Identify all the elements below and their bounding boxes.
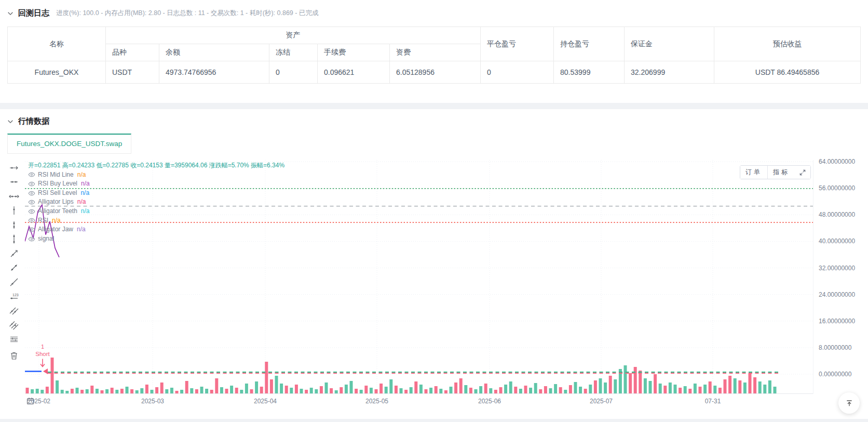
- volume-bar: [758, 381, 762, 394]
- volume-bar: [734, 378, 737, 394]
- volume-bar: [743, 383, 747, 394]
- horizontal-straight-line-icon[interactable]: [7, 191, 21, 202]
- chevron-down-icon[interactable]: [7, 118, 13, 125]
- cell-estimated-profit: USDT 86.49465856: [714, 61, 861, 84]
- vertical-ray-line-icon[interactable]: [7, 205, 21, 216]
- eye-icon[interactable]: [28, 180, 35, 188]
- cell-close-pnl: 0: [481, 61, 554, 84]
- volume-bar: [749, 373, 752, 394]
- volume-bar: [774, 387, 777, 394]
- volume-bar: [504, 385, 507, 394]
- volume-bar: [444, 390, 447, 394]
- volume-bar: [663, 386, 667, 394]
- volume-bar: [325, 383, 328, 394]
- ray-line-icon[interactable]: [7, 248, 21, 259]
- volume-bar: [669, 383, 672, 394]
- trade-marker-entry-arrow: [43, 368, 48, 374]
- svg-text:123: 123: [12, 293, 19, 297]
- chart-canvas[interactable]: 1Short: [25, 160, 813, 394]
- back-to-top-button[interactable]: [838, 392, 860, 414]
- volume-bar: [419, 385, 423, 394]
- backtest-log-summary: 进度(%): 100.0 - 内存占用(MB): 2.80 - 日志总数 : 1…: [56, 9, 318, 18]
- volume-bar: [360, 390, 363, 394]
- straight-line-icon[interactable]: [7, 276, 21, 287]
- col-header-balance: 余额: [159, 44, 269, 61]
- volume-bar: [255, 381, 258, 394]
- cell-frozen: 0: [269, 61, 318, 84]
- volume-bar: [165, 389, 168, 394]
- volume-bar: [111, 388, 114, 394]
- volume-bar: [694, 384, 697, 394]
- chevron-down-icon[interactable]: [7, 10, 13, 17]
- vertical-segment-icon[interactable]: [7, 219, 21, 230]
- horizontal-segment-icon[interactable]: [7, 177, 21, 188]
- y-axis-tick: 40.00000000: [819, 238, 855, 245]
- volume-bar: [290, 388, 293, 394]
- x-axis-tick: 07-31: [705, 398, 721, 405]
- volume-bar: [56, 380, 59, 394]
- table-row: Futures_OKX USDT 4973.74766956 0 0.09662…: [8, 61, 861, 84]
- cell-name: Futures_OKX: [8, 61, 106, 84]
- parallel-straight-line-icon[interactable]: [7, 320, 21, 331]
- volume-bar: [699, 387, 702, 394]
- volume-bar: [554, 384, 557, 394]
- volume-bar: [519, 389, 522, 394]
- orders-button[interactable]: 订单: [740, 166, 767, 179]
- volume-bar: [315, 389, 318, 394]
- back-to-top-icon: [845, 399, 853, 407]
- volume-bar: [574, 382, 577, 394]
- market-data-title: 行情数据: [18, 116, 49, 126]
- volume-bar: [549, 388, 552, 394]
- volume-bar: [679, 388, 682, 394]
- y-axis: 64.0000000056.0000000048.0000000040.0000…: [813, 160, 861, 394]
- col-header-funding: 资费: [390, 44, 481, 61]
- volume-bar: [86, 389, 89, 394]
- volume-bar: [644, 378, 647, 394]
- volume-bar: [400, 388, 403, 394]
- volume-bar: [126, 387, 129, 394]
- backtest-log-header: 回测日志 进度(%): 100.0 - 内存占用(MB): 2.80 - 日志总…: [7, 8, 861, 18]
- market-data-header: 行情数据: [7, 116, 861, 126]
- volume-bar: [180, 390, 183, 394]
- horizontal-ray-line-icon[interactable]: [7, 162, 21, 173]
- chart-plot-area[interactable]: 1Short 开=0.22851 高=0.24233 低=0.22785 收=0…: [25, 160, 813, 407]
- y-axis-tick: 8.00000000: [819, 344, 851, 351]
- volume-bar: [295, 385, 298, 394]
- eye-icon[interactable]: [28, 190, 35, 197]
- eye-icon[interactable]: [28, 217, 35, 224]
- remove-overlays-icon[interactable]: [7, 350, 21, 361]
- vertical-straight-line-icon[interactable]: [7, 234, 21, 245]
- eye-icon[interactable]: [28, 226, 35, 233]
- eye-icon[interactable]: [28, 208, 35, 215]
- volume-bar: [285, 386, 288, 394]
- volume-bar: [718, 388, 722, 394]
- volume-bar: [230, 386, 233, 394]
- volume-bar: [539, 389, 542, 394]
- backtest-log-section: 回测日志 进度(%): 100.0 - 内存占用(MB): 2.80 - 日志总…: [0, 0, 868, 103]
- col-header-estimated-profit: 预估收益: [714, 27, 861, 61]
- volume-bar: [629, 373, 632, 394]
- segment-icon[interactable]: [7, 262, 21, 273]
- fullscreen-icon[interactable]: [795, 166, 810, 179]
- volume-bar: [145, 385, 148, 394]
- eye-icon[interactable]: [28, 235, 35, 243]
- volume-bar: [425, 389, 428, 394]
- eye-icon[interactable]: [28, 171, 35, 178]
- drawing-toolbar: 123: [7, 160, 25, 361]
- tab-symbol[interactable]: Futures_OKX.DOGE_USDT.swap: [7, 134, 131, 154]
- volume-bar: [205, 389, 208, 394]
- volume-bar: [195, 389, 198, 394]
- horizontal-channel-icon[interactable]: [7, 334, 21, 345]
- volume-bar: [185, 381, 188, 394]
- y-axis-tick: 32.00000000: [819, 265, 855, 272]
- trade-marker-label[interactable]: Short: [35, 351, 50, 357]
- volume-bar: [674, 385, 677, 394]
- volume-bar: [120, 389, 124, 394]
- volume-bar: [61, 390, 64, 394]
- volume-bar: [235, 388, 238, 394]
- price-line-icon[interactable]: 123: [7, 291, 21, 302]
- indicators-button[interactable]: 指标: [767, 166, 795, 179]
- price-channel-line-icon[interactable]: [7, 305, 21, 316]
- volume-bar: [90, 386, 93, 394]
- eye-icon[interactable]: [28, 199, 35, 206]
